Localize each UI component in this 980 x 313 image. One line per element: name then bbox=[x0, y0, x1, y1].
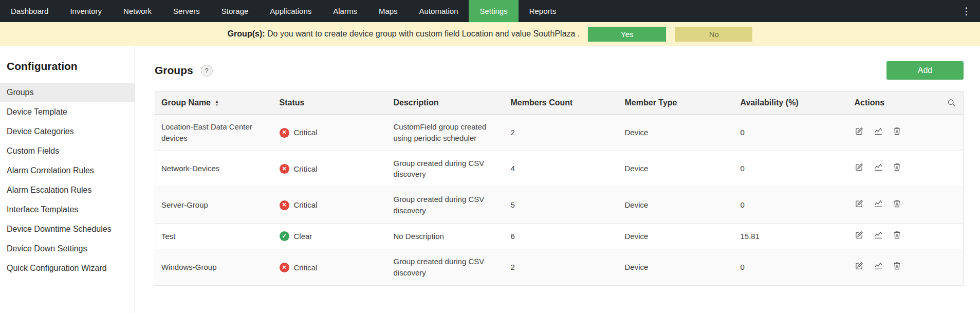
graph-icon[interactable] bbox=[874, 261, 883, 270]
description-cell: Group created during CSV discovery bbox=[387, 187, 505, 224]
actions-cell bbox=[848, 249, 964, 286]
sidebar-title: Configuration bbox=[7, 60, 135, 72]
status-label: Critical bbox=[294, 128, 318, 137]
status-icon: ✕ bbox=[280, 164, 289, 174]
graph-icon[interactable] bbox=[874, 126, 883, 136]
members-count-cell: 5 bbox=[505, 187, 619, 224]
sidebar-item-custom-fields[interactable]: Custom Fields bbox=[0, 141, 135, 161]
edit-icon[interactable] bbox=[855, 199, 864, 208]
nav-item-network[interactable]: Network bbox=[113, 0, 162, 22]
member-type-cell: Device bbox=[619, 151, 734, 187]
nav-item-dashboard[interactable]: Dashboard bbox=[0, 0, 59, 22]
availability-cell: 0 bbox=[734, 151, 848, 187]
actions-cell bbox=[848, 115, 964, 151]
banner-label: Group(s): bbox=[228, 29, 265, 38]
actions-cell bbox=[848, 151, 964, 187]
column-header-members-count[interactable]: Members Count bbox=[505, 91, 619, 115]
delete-icon[interactable] bbox=[893, 126, 901, 136]
availability-cell: 0 bbox=[734, 187, 848, 224]
table-row: Network-Devices ✕Critical Group created … bbox=[155, 151, 964, 187]
add-button[interactable]: Add bbox=[886, 61, 964, 80]
graph-icon[interactable] bbox=[874, 230, 883, 240]
no-button[interactable]: No bbox=[675, 27, 752, 42]
status-cell: ✕Critical bbox=[273, 151, 387, 187]
column-header-description[interactable]: Description bbox=[387, 91, 505, 115]
group-name-cell[interactable]: Server-Group bbox=[155, 187, 273, 224]
nav-item-servers[interactable]: Servers bbox=[162, 0, 211, 22]
sidebar-item-quick-configuration-wizard[interactable]: Quick Configuration Wizard bbox=[0, 259, 135, 278]
actions-cell bbox=[848, 187, 964, 224]
column-header-status[interactable]: Status bbox=[273, 91, 387, 115]
status-icon: ✕ bbox=[280, 263, 289, 272]
table-row: Location-East Data Center devices ✕Criti… bbox=[155, 115, 964, 151]
availability-cell: 0 bbox=[734, 115, 848, 151]
nav-item-applications[interactable]: Applications bbox=[259, 0, 322, 22]
delete-icon[interactable] bbox=[893, 199, 901, 208]
nav-item-alarms[interactable]: Alarms bbox=[322, 0, 368, 22]
yes-button[interactable]: Yes bbox=[588, 27, 666, 42]
delete-icon[interactable] bbox=[893, 162, 901, 172]
column-header-availability[interactable]: Availability (%) bbox=[734, 91, 848, 115]
top-nav: DashboardInventoryNetworkServersStorageA… bbox=[0, 0, 980, 22]
member-type-cell: Device bbox=[619, 223, 734, 249]
members-count-cell: 6 bbox=[505, 223, 619, 249]
availability-cell: 0 bbox=[734, 249, 848, 286]
sidebar-menu: GroupsDevice TemplateDevice CategoriesCu… bbox=[0, 83, 135, 278]
column-header-group-name[interactable]: Group Name▲▼ bbox=[155, 91, 273, 115]
group-name-cell[interactable]: Network-Devices bbox=[155, 151, 273, 187]
graph-icon[interactable] bbox=[874, 162, 883, 172]
help-icon[interactable]: ? bbox=[201, 65, 213, 77]
delete-icon[interactable] bbox=[893, 261, 901, 270]
sidebar-item-device-categories[interactable]: Device Categories bbox=[0, 122, 135, 141]
group-name-cell[interactable]: Windows-Group bbox=[155, 249, 273, 286]
member-type-cell: Device bbox=[619, 187, 734, 224]
sidebar-item-device-template[interactable]: Device Template bbox=[0, 102, 135, 122]
description-cell: Group created during CSV discovery bbox=[387, 151, 505, 187]
banner-text: Group(s): Do you want to create device g… bbox=[228, 29, 580, 39]
description-cell: No Description bbox=[387, 223, 505, 249]
edit-icon[interactable] bbox=[855, 126, 864, 136]
groups-table: Group Name▲▼ Status Description Members … bbox=[155, 91, 964, 286]
edit-icon[interactable] bbox=[855, 230, 864, 240]
status-cell: ✕Critical bbox=[273, 187, 387, 224]
sidebar-item-device-downtime-schedules[interactable]: Device Downtime Schedules bbox=[0, 219, 135, 239]
sidebar-item-device-down-settings[interactable]: Device Down Settings bbox=[0, 239, 135, 259]
main-header: Groups ? Add bbox=[155, 61, 964, 80]
sidebar-item-interface-templates[interactable]: Interface Templates bbox=[0, 200, 135, 219]
main-panel: Groups ? Add Group Name▲▼ Status Descrip… bbox=[135, 46, 980, 313]
group-name-cell[interactable]: Test bbox=[155, 223, 273, 249]
column-label: Actions bbox=[855, 98, 885, 107]
members-count-cell: 2 bbox=[505, 249, 619, 286]
status-cell: ✕Critical bbox=[273, 249, 387, 286]
status-icon: ✕ bbox=[280, 200, 289, 210]
members-count-cell: 4 bbox=[505, 151, 619, 187]
sort-icon[interactable]: ▲▼ bbox=[215, 100, 219, 107]
sidebar-item-alarm-escalation-rules[interactable]: Alarm Escalation Rules bbox=[0, 180, 135, 200]
edit-icon[interactable] bbox=[855, 261, 864, 270]
column-header-actions[interactable]: Actions bbox=[848, 91, 964, 115]
edit-icon[interactable] bbox=[855, 162, 864, 172]
column-header-member-type[interactable]: Member Type bbox=[619, 91, 734, 115]
table-row: Server-Group ✕Critical Group created dur… bbox=[155, 187, 964, 224]
group-name-cell[interactable]: Location-East Data Center devices bbox=[155, 115, 273, 151]
status-icon: ✓ bbox=[280, 231, 289, 241]
nav-item-inventory[interactable]: Inventory bbox=[59, 0, 113, 22]
graph-icon[interactable] bbox=[874, 199, 883, 208]
sidebar-item-alarm-correlation-rules[interactable]: Alarm Correlation Rules bbox=[0, 161, 135, 180]
nav-item-storage[interactable]: Storage bbox=[211, 0, 260, 22]
sidebar: Configuration GroupsDevice TemplateDevic… bbox=[0, 46, 135, 313]
nav-item-maps[interactable]: Maps bbox=[368, 0, 409, 22]
status-label: Clear bbox=[294, 232, 312, 241]
notification-banner: Group(s): Do you want to create device g… bbox=[0, 22, 980, 46]
search-icon[interactable] bbox=[947, 99, 956, 107]
nav-item-automation[interactable]: Automation bbox=[409, 0, 469, 22]
status-icon: ✕ bbox=[280, 128, 289, 138]
table-row: Windows-Group ✕Critical Group created du… bbox=[155, 249, 964, 286]
kebab-menu-icon[interactable]: ⋮ bbox=[961, 0, 972, 22]
members-count-cell: 2 bbox=[505, 115, 619, 151]
delete-icon[interactable] bbox=[893, 230, 901, 240]
actions-cell bbox=[848, 223, 964, 249]
nav-item-settings[interactable]: Settings bbox=[469, 0, 518, 22]
nav-item-reports[interactable]: Reports bbox=[519, 0, 567, 22]
sidebar-item-groups[interactable]: Groups bbox=[0, 83, 135, 102]
